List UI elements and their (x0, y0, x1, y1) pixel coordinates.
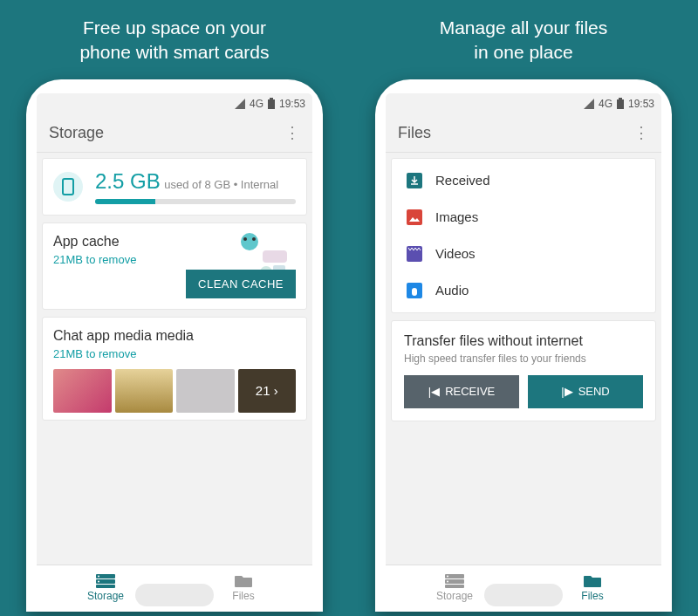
used-subtext: used of 8 GB • Internal (164, 178, 278, 191)
svg-rect-14 (617, 99, 624, 109)
right-phone-frame: 4G 19:53 Files ⋮ Received Images (375, 79, 672, 612)
media-thumb[interactable] (115, 369, 174, 413)
app-bar: Files ⋮ (386, 114, 661, 153)
storage-usage-card[interactable]: 2.5 GB used of 8 GB • Internal (42, 158, 307, 216)
send-icon: |▶ (561, 385, 572, 398)
network-label: 4G (599, 98, 612, 110)
files-row-videos[interactable]: Videos (392, 236, 655, 272)
svg-point-24 (447, 581, 448, 583)
image-icon (406, 209, 423, 226)
nav-label: Storage (436, 590, 473, 602)
media-sub: 21MB to remove (53, 347, 296, 360)
row-label: Received (435, 173, 490, 188)
media-thumb[interactable] (53, 369, 112, 413)
send-label: SEND (578, 385, 610, 398)
clock-label: 19:53 (628, 98, 654, 110)
nav-label: Files (581, 590, 603, 602)
svg-rect-0 (268, 99, 275, 109)
status-bar: 4G 19:53 (386, 93, 661, 114)
storage-icon (445, 574, 464, 588)
svg-point-12 (98, 576, 99, 578)
media-thumb-more[interactable]: 21 › (238, 369, 297, 413)
nav-label: Files (232, 590, 254, 602)
menu-icon[interactable]: ⋮ (633, 123, 649, 142)
row-label: Audio (435, 283, 469, 298)
used-amount: 2.5 GB (95, 169, 161, 193)
svg-point-4 (243, 237, 247, 241)
appbar-title: Files (398, 124, 431, 142)
files-row-images[interactable]: Images (392, 199, 655, 236)
receive-button[interactable]: |◀ RECEIVE (404, 375, 519, 408)
files-row-audio[interactable]: Audio (392, 272, 655, 309)
phone-icon (53, 172, 83, 202)
svg-rect-2 (63, 179, 73, 195)
chat-media-card: Chat app media media 21MB to remove 21 › (42, 317, 307, 421)
nav-label: Storage (87, 590, 124, 602)
left-headline: Free up space on your phone with smart c… (79, 16, 269, 65)
signal-icon (235, 99, 245, 109)
transfer-sub: High speed transfer files to your friend… (404, 352, 643, 365)
svg-rect-1 (270, 98, 273, 99)
network-label: 4G (250, 98, 263, 110)
send-button[interactable]: |▶ SEND (528, 375, 643, 408)
svg-point-3 (241, 233, 258, 250)
right-headline: Manage all your files in one place (440, 16, 608, 65)
svg-point-23 (447, 576, 448, 578)
row-label: Videos (435, 246, 476, 261)
svg-rect-15 (619, 98, 622, 99)
folder-icon (583, 574, 602, 588)
download-icon (406, 172, 423, 189)
media-title: Chat app media media (53, 328, 296, 344)
svg-point-13 (98, 581, 99, 583)
app-cache-card: App cache 21MB to remove CLEAN CACHE (42, 222, 307, 310)
clean-cache-button[interactable]: CLEAN CACHE (186, 270, 296, 298)
svg-rect-17 (407, 209, 422, 225)
home-button[interactable] (135, 584, 214, 606)
storage-icon (96, 574, 115, 588)
receive-icon: |◀ (428, 385, 440, 398)
menu-icon[interactable]: ⋮ (284, 123, 300, 142)
signal-icon (584, 99, 594, 109)
clock-label: 19:53 (279, 98, 305, 110)
appbar-title: Storage (49, 124, 104, 142)
receive-label: RECEIVE (445, 385, 495, 398)
status-bar: 4G 19:53 (37, 93, 312, 114)
files-row-received[interactable]: Received (392, 162, 655, 199)
svg-point-5 (252, 237, 256, 241)
transfer-title: Transfer files without internet (404, 333, 643, 349)
battery-icon (268, 98, 275, 109)
svg-rect-22 (445, 585, 464, 588)
transfer-card: Transfer files without internet High spe… (391, 320, 656, 421)
file-category-list: Received Images Videos Audio (391, 158, 656, 313)
left-phone-frame: 4G 19:53 Storage ⋮ 2.5 GB used of 8 GB •… (26, 79, 323, 612)
app-bar: Storage ⋮ (37, 114, 312, 153)
audio-icon (406, 282, 423, 299)
svg-rect-6 (263, 250, 287, 263)
media-thumb[interactable] (176, 369, 235, 413)
svg-rect-11 (96, 585, 115, 588)
video-icon (406, 245, 423, 263)
usage-bar (95, 199, 296, 204)
folder-icon (234, 574, 253, 588)
home-button[interactable] (484, 584, 563, 606)
row-label: Images (435, 209, 478, 224)
battery-icon (617, 98, 624, 109)
